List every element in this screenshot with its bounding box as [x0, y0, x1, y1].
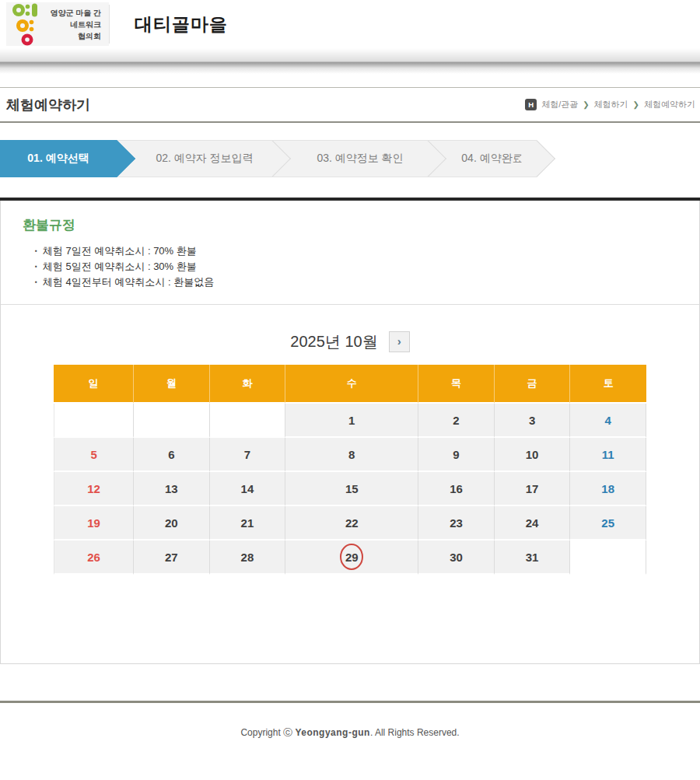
calendar-day-18[interactable]: 18	[570, 472, 646, 506]
page-title: 체험예약하기	[6, 96, 90, 114]
header-shadow-band	[0, 48, 700, 74]
calendar-day-25[interactable]: 25	[570, 506, 646, 540]
refund-policy-list: 체험 7일전 예약취소시 : 70% 환불체험 5일전 예약취소시 : 30% …	[23, 243, 677, 290]
calendar-empty-cell	[54, 404, 134, 438]
page-title-bar: 체험예약하기 H 체험/관광❯체험하기❯체험예약하기	[0, 87, 700, 123]
step-tab-label: 03. 예약정보 확인	[317, 152, 403, 166]
calendar-day-11[interactable]: 11	[570, 438, 646, 472]
breadcrumb-items: 체험/관광❯체험하기❯체험예약하기	[541, 99, 695, 110]
header-divider	[109, 5, 110, 44]
breadcrumb-separator-icon: ❯	[633, 100, 639, 109]
next-month-button[interactable]: ›	[389, 331, 410, 352]
calendar-day-29[interactable]: 29	[285, 540, 418, 575]
step-tab-label: 01. 예약선택	[27, 152, 89, 166]
calendar-day-22[interactable]: 22	[285, 506, 418, 540]
calendar-day-header: 토	[570, 365, 646, 404]
content-box: 환불규정 체험 7일전 예약취소시 : 70% 환불체험 5일전 예약취소시 :…	[0, 201, 700, 664]
calendar-empty-cell	[570, 540, 646, 575]
calendar-day-30[interactable]: 30	[418, 540, 495, 575]
calendar-day-header: 화	[210, 365, 286, 404]
step-tab-label: 02. 예약자 정보입력	[156, 152, 253, 166]
step-tab-2[interactable]: 02. 예약자 정보입력	[117, 140, 272, 177]
calendar-day-9[interactable]: 9	[418, 438, 495, 472]
calendar-week-row: 567891011	[54, 438, 646, 472]
network-logo-icon	[11, 2, 44, 46]
reservation-steps: 01. 예약선택02. 예약자 정보입력03. 예약정보 확인04. 예약완료	[0, 140, 700, 177]
copyright-prefix: Copyright ⓒ	[240, 727, 295, 738]
calendar-day-header-row: 일월화수목금토	[54, 365, 646, 404]
calendar-day-header: 수	[285, 365, 418, 404]
calendar-day-7[interactable]: 7	[210, 438, 286, 472]
breadcrumb: H 체험/관광❯체험하기❯체험예약하기	[525, 99, 695, 110]
calendar-day-header: 목	[418, 365, 495, 404]
footer: Copyright ⓒ Yeongyang-gun. All Rights Re…	[0, 701, 700, 740]
refund-policy-item: 체험 4일전부터 예약취소시 : 환불없음	[35, 275, 677, 290]
calendar-day-10[interactable]: 10	[495, 438, 571, 472]
calendar-table: 일월화수목금토 12345678910111213141516171819202…	[54, 365, 646, 575]
refund-policy-section: 환불규정 체험 7일전 예약취소시 : 70% 환불체험 5일전 예약취소시 :…	[1, 201, 699, 305]
calendar-day-14[interactable]: 14	[210, 472, 286, 506]
breadcrumb-link[interactable]: 체험하기	[594, 99, 628, 110]
calendar-empty-cell	[134, 404, 210, 438]
calendar-week-row: 19202122232425	[54, 506, 646, 540]
breadcrumb-link[interactable]: 체험/관광	[541, 99, 578, 110]
site-title[interactable]: 대티골마을	[135, 12, 228, 37]
site-logo[interactable]: 영양군 마을 간 네트워크 협의회	[6, 2, 109, 46]
calendar-section: 2025년 10월 › 일월화수목금토 12345678910111213141…	[1, 305, 699, 575]
copyright-owner: Yeongyang-gun	[295, 727, 370, 738]
selected-day-ring: 29	[340, 544, 363, 570]
calendar-day-24[interactable]: 24	[495, 506, 571, 540]
calendar-day-27[interactable]: 27	[134, 540, 210, 575]
calendar-day-2[interactable]: 2	[418, 404, 495, 438]
calendar-day-13[interactable]: 13	[134, 472, 210, 506]
logo-text-line1: 영양군 마을 간	[47, 7, 101, 19]
calendar-day-1[interactable]: 1	[285, 404, 418, 438]
calendar-day-12[interactable]: 12	[54, 472, 134, 506]
calendar-day-26[interactable]: 26	[54, 540, 134, 575]
calendar-day-17[interactable]: 17	[495, 472, 571, 506]
step-tab-1[interactable]: 01. 예약선택	[0, 140, 117, 177]
calendar-day-21[interactable]: 21	[210, 506, 286, 540]
refund-policy-item: 체험 7일전 예약취소시 : 70% 환불	[35, 243, 677, 259]
calendar-day-3[interactable]: 3	[495, 404, 571, 438]
calendar-day-31[interactable]: 31	[495, 540, 571, 575]
breadcrumb-separator-icon: ❯	[583, 100, 589, 109]
calendar-month-title: 2025년 10월	[290, 331, 377, 352]
calendar-day-8[interactable]: 8	[285, 438, 418, 472]
calendar-week-row: 262728293031	[54, 540, 646, 575]
calendar-day-5[interactable]: 5	[54, 438, 134, 472]
refund-policy-title: 환불규정	[23, 216, 677, 234]
breadcrumb-link[interactable]: 체험예약하기	[644, 99, 695, 110]
home-icon[interactable]: H	[525, 99, 537, 110]
calendar-day-20[interactable]: 20	[134, 506, 210, 540]
site-header: 영양군 마을 간 네트워크 협의회 대티골마을	[0, 0, 700, 48]
refund-policy-item: 체험 5일전 예약취소시 : 30% 환불	[35, 259, 677, 275]
calendar-day-header: 일	[54, 365, 134, 404]
step-tab-label: 04. 예약완료	[461, 152, 523, 166]
calendar-day-23[interactable]: 23	[418, 506, 495, 540]
calendar-day-15[interactable]: 15	[285, 472, 418, 506]
calendar-header: 2025년 10월 ›	[290, 331, 409, 352]
calendar-week-row: 1234	[54, 404, 646, 438]
calendar-week-row: 12131415161718	[54, 472, 646, 506]
logo-text-line2: 네트워크	[47, 19, 101, 30]
step-tab-3[interactable]: 03. 예약정보 확인	[272, 140, 428, 177]
calendar-empty-cell	[210, 404, 286, 438]
calendar-day-16[interactable]: 16	[418, 472, 495, 506]
calendar-day-6[interactable]: 6	[134, 438, 210, 472]
calendar-day-header: 금	[495, 365, 571, 404]
calendar-day-28[interactable]: 28	[210, 540, 286, 575]
calendar-day-19[interactable]: 19	[54, 506, 134, 540]
calendar-day-header: 월	[134, 365, 210, 404]
logo-text-line3: 협의회	[47, 30, 101, 42]
copyright-suffix: . All Rights Reserved.	[370, 727, 460, 738]
calendar-day-4[interactable]: 4	[570, 404, 646, 438]
logo-text: 영양군 마을 간 네트워크 협의회	[47, 7, 101, 42]
